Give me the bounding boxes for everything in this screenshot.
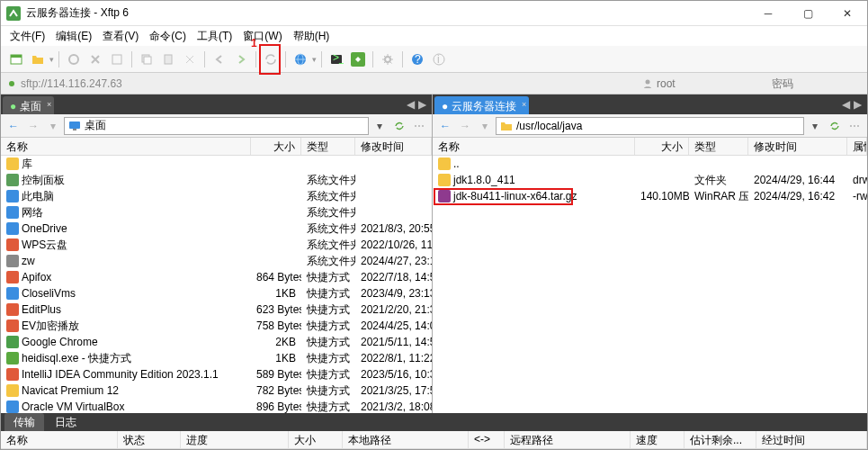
left-tab-desktop[interactable]: ●桌面× xyxy=(3,96,54,114)
fwd-button[interactable]: → xyxy=(24,117,42,135)
left-file-list[interactable]: 库控制面板系统文件夹此电脑系统文件夹网络系统文件夹OneDrive系统文件夹20… xyxy=(1,156,432,413)
list-item[interactable]: Google Chrome2KB快捷方式2021/5/11, 14:53 xyxy=(1,334,432,350)
right-arrow-r-icon[interactable]: ▶ xyxy=(854,98,862,111)
menu-window[interactable]: 窗口(W) xyxy=(239,27,285,46)
left-pane: ●桌面× ◀▶ ← → ▾ 桌面 ▾ ⋯ 名称 大小 类型 修改时间 库控制面板… xyxy=(1,94,433,413)
list-item[interactable]: Navicat Premium 12782 Bytes快捷方式2021/3/25… xyxy=(1,382,432,399)
transfer-left-button[interactable] xyxy=(210,50,229,69)
left-path-box[interactable]: 桌面 xyxy=(64,117,369,135)
col-type[interactable]: 类型 xyxy=(689,138,748,155)
path-drop-button[interactable]: ▾ xyxy=(806,117,824,135)
path-drop-button[interactable]: ▾ xyxy=(371,117,389,135)
col-name[interactable]: 名称 xyxy=(1,138,251,155)
svg-text:i: i xyxy=(437,53,440,66)
reconnect-button[interactable] xyxy=(64,50,84,69)
menu-cmd[interactable]: 命令(C) xyxy=(146,27,190,46)
list-item[interactable]: jdk1.8.0_411文件夹2024/4/29, 16:44drwxr-xr-… xyxy=(433,172,867,188)
col-type[interactable]: 类型 xyxy=(301,138,355,155)
svg-rect-30 xyxy=(6,271,19,284)
menu-view[interactable]: 查看(V) xyxy=(99,27,142,46)
menu-help[interactable]: 帮助(H) xyxy=(290,27,334,46)
col-name[interactable]: 名称 xyxy=(433,138,635,155)
list-item[interactable]: EV加密播放758 Bytes快捷方式2024/4/25, 14:00 xyxy=(1,318,432,334)
list-item[interactable]: Oracle VM VirtualBox896 Bytes快捷方式2021/3/… xyxy=(1,399,432,413)
right-arrow-l-icon[interactable]: ◀ xyxy=(842,98,850,111)
menu-edit[interactable]: 编辑(E) xyxy=(52,27,95,46)
col-size[interactable]: 大小 xyxy=(251,138,301,155)
tab-transfer[interactable]: 传输 xyxy=(4,413,44,432)
refresh-button[interactable] xyxy=(826,117,844,135)
terminal-button[interactable]: >_ xyxy=(327,50,346,69)
list-item[interactable]: IntelliJ IDEA Community Edition 2023.1.1… xyxy=(1,366,432,382)
host-input[interactable] xyxy=(21,77,201,90)
left-arrow-icon[interactable]: ◀ xyxy=(407,98,415,111)
refresh-button[interactable] xyxy=(390,117,408,135)
right-arrow-icon[interactable]: ▶ xyxy=(418,98,426,111)
up-button[interactable]: ▾ xyxy=(44,117,62,135)
help-button[interactable]: ? xyxy=(407,50,427,69)
list-item[interactable]: .. xyxy=(433,156,867,172)
password-input[interactable] xyxy=(772,77,862,90)
list-item[interactable]: Apifox864 Bytes快捷方式2022/7/18, 14:56 xyxy=(1,269,432,285)
right-tab-server[interactable]: ●云服务器连接× xyxy=(434,96,529,114)
settings-button[interactable] xyxy=(378,50,398,69)
path-menu-button[interactable]: ⋯ xyxy=(410,117,428,135)
list-item[interactable]: heidisql.exe - 快捷方式1KB快捷方式2022/8/1, 11:2… xyxy=(1,350,432,366)
close-button[interactable]: ✕ xyxy=(828,1,867,26)
list-item[interactable]: jdk-8u411-linux-x64.tar.gz140.10MBWinRAR… xyxy=(433,188,867,204)
copy-button[interactable] xyxy=(137,50,157,69)
list-item[interactable]: OneDrive系统文件夹2021/8/3, 20:55 xyxy=(1,220,432,237)
menu-tools[interactable]: 工具(T) xyxy=(193,27,236,46)
disconnect-button[interactable] xyxy=(85,50,105,69)
tool-1[interactable] xyxy=(107,50,127,69)
cut-button[interactable] xyxy=(180,50,200,69)
xshell-button[interactable] xyxy=(348,50,368,69)
toolbar: ▾ ▾ >_ ? i 1 xyxy=(1,46,867,73)
list-item[interactable]: WPS云盘系统文件夹2022/10/26, 11:26 xyxy=(1,237,432,253)
list-item[interactable]: 控制面板系统文件夹 xyxy=(1,172,432,188)
right-file-list[interactable]: 2 ..jdk1.8.0_411文件夹2024/4/29, 16:44drwxr… xyxy=(433,156,867,413)
transfer-tabs: 传输 日志 xyxy=(1,413,867,431)
right-path-box[interactable]: /usr/local/java xyxy=(496,117,804,135)
new-session-button[interactable] xyxy=(6,50,26,69)
close-tab-icon[interactable]: × xyxy=(522,100,526,109)
svg-rect-31 xyxy=(6,287,19,300)
title-bar: 云服务器连接 - Xftp 6 ─ ▢ ✕ xyxy=(1,1,867,26)
path-menu-button[interactable]: ⋯ xyxy=(846,117,864,135)
list-item[interactable]: 网络系统文件夹 xyxy=(1,204,432,220)
list-item[interactable]: CloseliVms1KB快捷方式2023/4/9, 23:13 xyxy=(1,285,432,302)
paste-button[interactable] xyxy=(158,50,178,69)
minimize-button[interactable]: ─ xyxy=(748,1,788,26)
list-item[interactable]: 此电脑系统文件夹 xyxy=(1,188,432,204)
svg-rect-24 xyxy=(6,174,19,186)
about-button[interactable]: i xyxy=(429,50,449,69)
list-item[interactable]: EditPlus623 Bytes快捷方式2021/2/20, 21:32 xyxy=(1,302,432,318)
tab-log[interactable]: 日志 xyxy=(46,413,85,432)
transfer-right-button[interactable] xyxy=(231,50,251,69)
back-button[interactable]: ← xyxy=(436,117,454,135)
globe-button[interactable] xyxy=(291,50,310,69)
svg-text:?: ? xyxy=(415,53,421,66)
up-button[interactable]: ▾ xyxy=(476,117,494,135)
user-input[interactable] xyxy=(657,77,765,90)
list-item[interactable]: 库 xyxy=(1,156,432,172)
menu-file[interactable]: 文件(F) xyxy=(6,27,49,46)
svg-point-14 xyxy=(385,57,390,62)
host-field[interactable] xyxy=(6,77,201,90)
list-item[interactable]: zw系统文件夹2024/4/27, 23:15 xyxy=(1,253,432,269)
sync-button[interactable] xyxy=(261,50,281,69)
left-list-header: 名称 大小 类型 修改时间 xyxy=(1,138,432,156)
user-icon xyxy=(642,78,653,89)
fwd-button[interactable]: → xyxy=(456,117,474,135)
svg-rect-48 xyxy=(438,174,451,186)
maximize-button[interactable]: ▢ xyxy=(788,1,828,26)
col-mtime[interactable]: 修改时间 xyxy=(748,138,847,155)
col-size[interactable]: 大小 xyxy=(635,138,689,155)
open-button[interactable] xyxy=(28,50,48,69)
col-attr[interactable]: 属性 xyxy=(847,138,867,155)
folder-icon xyxy=(500,120,513,132)
col-mtime[interactable]: 修改时间 xyxy=(355,138,432,155)
back-button[interactable]: ← xyxy=(4,117,22,135)
desktop-icon xyxy=(68,120,81,132)
close-tab-icon[interactable]: × xyxy=(47,100,51,109)
